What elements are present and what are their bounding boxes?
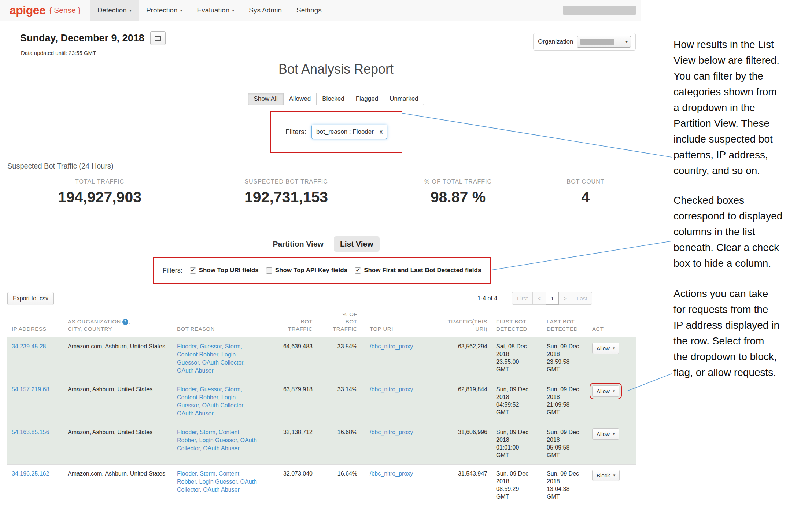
pager-prev-button[interactable]: < — [532, 292, 546, 305]
bot-traffic-cell: 32,073,040 — [262, 465, 316, 506]
action-dropdown-allow[interactable]: Allow▾ — [592, 343, 619, 354]
bot-reason-links[interactable]: Flooder, Guessor, Storm, Content Robber,… — [177, 386, 245, 417]
col-top-uri: TOP URI — [361, 308, 425, 337]
first-detected-cell: Sun, 09 Dec 2018 04:59:52 GMT — [491, 380, 542, 423]
first-detected-cell: Sun, 09 Dec 2018 08:59:29 GMT — [491, 465, 542, 506]
caret-down-icon: ▾ — [613, 432, 615, 436]
ip-link[interactable]: 54.157.219.68 — [12, 386, 49, 392]
as-org-cell: Amazon, Ashburn, United States — [68, 423, 177, 465]
nav-item-evaluation[interactable]: Evaluation ▾ — [190, 0, 242, 21]
tab-allowed[interactable]: Allowed — [283, 93, 317, 105]
organization-dropdown[interactable]: ▾ — [577, 36, 631, 48]
last-detected-cell: Sun, 09 Dec 2018 23:59:58 GMT — [542, 337, 592, 380]
apigee-logo: apigee — [10, 4, 45, 17]
top-uri-link[interactable]: /bbc_nitro_proxy — [370, 470, 413, 477]
status-tab-group: Show All Allowed Blocked Flagged Unmarke… — [31, 93, 641, 105]
last-detected-cell: Sun, 09 Dec 2018 05:09:58 GMT — [542, 423, 592, 465]
table-row: 54.157.219.68 Amazon, Ashburn, United St… — [7, 380, 636, 423]
bot-results-table: IP ADDRESS AS ORGANIZATION?,CITY, COUNTR… — [7, 308, 636, 506]
pager-next-button[interactable]: > — [558, 292, 572, 305]
checkbox-icon[interactable] — [355, 267, 361, 274]
col-bot-traffic: BOT TRAFFIC — [262, 308, 316, 337]
pagination-range: 1-4 of 4 — [477, 295, 497, 302]
nav-item-settings[interactable]: Settings — [289, 0, 329, 21]
table-row: 34.239.45.28 Amazon.com, Ashburn, United… — [7, 337, 636, 380]
action-dropdown-allow[interactable]: Allow▾ — [592, 428, 619, 440]
ip-link[interactable]: 34.196.25.162 — [12, 470, 49, 477]
as-org-cell: Amazon.com, Ashburn, United States — [68, 465, 177, 506]
uri-traffic-cell: 31,606,996 — [425, 423, 491, 465]
checkbox-show-top-uri[interactable]: Show Top URI fields — [190, 267, 259, 274]
top-nav: apigee { Sense } Detection ▾ Protection … — [0, 0, 641, 21]
tab-partition-view[interactable]: Partition View — [273, 240, 323, 248]
stat-bot-count: BOT COUNT 4 — [567, 178, 605, 206]
bot-traffic-cell: 63,879,918 — [262, 380, 316, 423]
uri-traffic-cell: 62,819,844 — [425, 380, 491, 423]
bot-reason-links[interactable]: Flooder, Storm, Content Robber, Login Gu… — [177, 429, 257, 451]
calendar-button[interactable] — [150, 31, 166, 45]
stat-suspected-bot-traffic: SUSPECTED BOT TRAFFIC 192,731,153 — [244, 178, 328, 206]
col-ip-address: IP ADDRESS — [7, 308, 68, 337]
caret-down-icon: ▾ — [613, 389, 615, 393]
pct-cell: 33.54% — [316, 337, 361, 380]
uri-traffic-cell: 63,562,294 — [425, 337, 491, 380]
top-uri-link[interactable]: /bbc_nitro_proxy — [370, 429, 413, 435]
action-dropdown-block[interactable]: Block▾ — [592, 470, 620, 481]
pager-last-button[interactable]: Last — [572, 292, 592, 305]
data-updated-text: Data updated until: 23:55 GMT — [21, 50, 96, 56]
table-header-row: IP ADDRESS AS ORGANIZATION?,CITY, COUNTR… — [7, 308, 636, 337]
action-dropdown-allow-highlighted[interactable]: Allow▾ — [592, 385, 619, 397]
last-detected-cell: Sun, 09 Dec 2018 21:09:58 GMT — [542, 380, 592, 423]
nav-item-protection[interactable]: Protection ▾ — [139, 0, 190, 21]
bot-reason-links[interactable]: Flooder, Guessor, Storm, Content Robber,… — [177, 343, 245, 374]
organization-value-redacted — [580, 39, 614, 45]
tab-list-view[interactable]: List View — [334, 236, 380, 252]
user-email-redacted — [563, 6, 636, 15]
annotation-checkbox-explanation: Checked boxes correspond to displayed co… — [673, 192, 812, 271]
calendar-icon — [155, 36, 161, 41]
caret-down-icon: ▾ — [232, 8, 234, 13]
checkbox-show-first-last-bot[interactable]: Show First and Last Bot Detected fields — [355, 267, 481, 274]
checkbox-show-top-api-key[interactable]: Show Top API Key fields — [266, 267, 347, 274]
ip-link[interactable]: 54.163.85.156 — [12, 429, 49, 435]
remove-filter-icon[interactable]: x — [380, 129, 383, 135]
checkbox-icon[interactable] — [266, 267, 272, 274]
filter-chip-bot-reason-flooder[interactable]: bot_reason : Flooder x — [311, 125, 387, 139]
list-filters-label: Filters: — [163, 267, 182, 274]
tab-unmarked[interactable]: Unmarked — [384, 93, 424, 105]
first-detected-cell: Sun, 09 Dec 2018 01:01:00 GMT — [491, 423, 542, 465]
top-uri-link[interactable]: /bbc_nitro_proxy — [370, 343, 413, 350]
page-title: Bot Analysis Report — [31, 62, 641, 77]
filter-highlight-box: Filters: bot_reason : Flooder x — [270, 111, 402, 153]
tab-show-all[interactable]: Show All — [248, 93, 283, 105]
col-as-organization: AS ORGANIZATION?,CITY, COUNTRY — [68, 308, 177, 337]
pager-first-button[interactable]: First — [512, 292, 533, 305]
pagination: First < 1 > Last — [512, 292, 592, 305]
checkbox-icon[interactable] — [190, 267, 196, 274]
nav-item-detection[interactable]: Detection ▾ — [90, 0, 139, 21]
bot-traffic-cell: 64,639,483 — [262, 337, 316, 380]
caret-down-icon: ▾ — [613, 346, 615, 351]
pager-page-1-button[interactable]: 1 — [546, 292, 559, 305]
tab-blocked[interactable]: Blocked — [316, 93, 350, 105]
nav-item-sys-admin[interactable]: Sys Admin — [241, 0, 289, 21]
stat-total-traffic: TOTAL TRAFFIC 194,927,903 — [58, 178, 141, 206]
suspected-bot-traffic-heading: Suspected Bot Traffic (24 Hours) — [7, 162, 114, 170]
ip-link[interactable]: 34.239.45.28 — [12, 343, 46, 350]
last-detected-cell: Sun, 09 Dec 2018 13:04:38 GMT — [542, 465, 592, 506]
report-date-row: Sunday, December 9, 2018 — [20, 31, 166, 45]
pct-cell: 33.14% — [316, 380, 361, 423]
tab-flagged[interactable]: Flagged — [350, 93, 384, 105]
export-csv-button[interactable]: Export to .csv — [7, 292, 54, 305]
col-bot-reason: BOT REASON — [177, 308, 262, 337]
col-pct-bot-traffic: % OF BOT TRAFFIC — [316, 308, 361, 337]
top-uri-link[interactable]: /bbc_nitro_proxy — [370, 386, 413, 392]
col-last-bot-detected: LAST BOT DETECTED — [542, 308, 592, 337]
bot-reason-links[interactable]: Flooder, Storm, Content Robber, Login Gu… — [177, 470, 257, 493]
as-org-cell: Amazon.com, Ashburn, United States — [68, 337, 177, 380]
first-detected-cell: Sat, 08 Dec 2018 23:55:00 GMT — [491, 337, 542, 380]
pct-cell: 16.68% — [316, 423, 361, 465]
table-row: 34.196.25.162 Amazon.com, Ashburn, Unite… — [7, 465, 636, 506]
filters-label: Filters: — [285, 128, 306, 136]
help-icon[interactable]: ? — [122, 319, 128, 325]
